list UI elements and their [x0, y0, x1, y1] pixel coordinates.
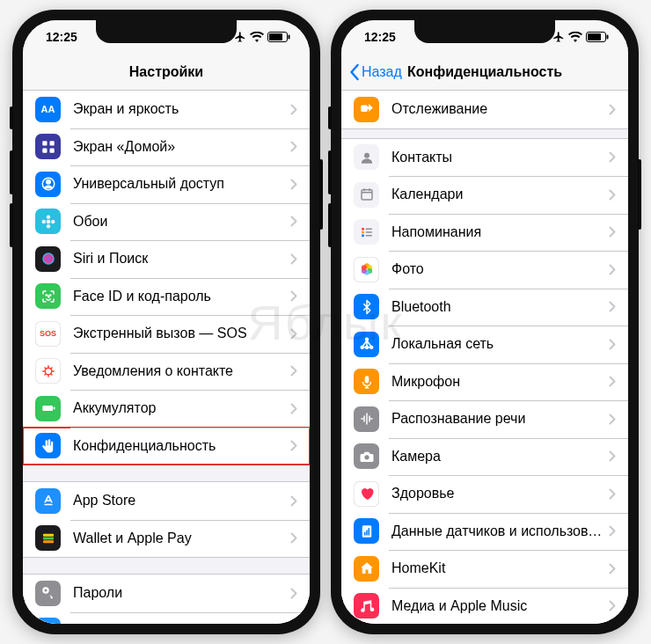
settings-row-siri[interactable]: Siri и Поиск — [23, 240, 310, 278]
contacts-privacy-icon — [354, 144, 379, 170]
settings-row-mail[interactable]: Почта — [23, 612, 310, 625]
settings-row-camera-privacy[interactable]: Камера — [341, 438, 628, 476]
settings-row-bluetooth-privacy[interactable]: Bluetooth — [341, 289, 628, 326]
settings-row-privacy[interactable]: Конфиденциальность — [23, 428, 310, 465]
siri-icon — [35, 246, 61, 272]
chevron-right-icon — [609, 226, 616, 238]
status-icons — [552, 31, 609, 43]
photos-privacy-icon — [354, 257, 379, 282]
settings-row-research[interactable]: Данные датчиков и использования — [341, 513, 628, 551]
svg-rect-57 — [366, 530, 368, 535]
row-label: Локальная сеть — [391, 336, 609, 352]
notch — [96, 20, 237, 43]
navbar-right: Назад Конфиденциальность — [341, 54, 628, 91]
settings-row-photos-privacy[interactable]: Фото — [341, 251, 628, 289]
svg-rect-2 — [289, 35, 290, 40]
passwords-icon — [35, 581, 61, 606]
content-right[interactable]: ОтслеживаниеКонтактыКалендариНапоминания… — [341, 91, 628, 624]
row-label: Данные датчиков и использования — [391, 523, 609, 539]
svg-point-39 — [362, 234, 364, 237]
svg-point-16 — [49, 295, 50, 296]
settings-row-reminders-privacy[interactable]: Напоминания — [341, 214, 628, 252]
screen-right: 12:25 Назад Конфиденциальность Отслежива… — [341, 20, 628, 624]
chevron-right-icon — [290, 253, 297, 265]
chevron-right-icon — [609, 151, 616, 163]
settings-row-speech[interactable]: Распознавание речи — [341, 400, 628, 438]
battery-icon — [35, 396, 61, 421]
svg-point-37 — [362, 228, 364, 231]
content-left[interactable]: AAЭкран и яркостьЭкран «Домой»Универсаль… — [23, 91, 310, 624]
svg-point-9 — [46, 220, 50, 224]
row-label: Камера — [391, 449, 609, 465]
svg-point-35 — [364, 153, 369, 158]
settings-row-localnetwork[interactable]: Локальная сеть — [341, 326, 628, 363]
svg-rect-1 — [269, 33, 282, 40]
sos-icon: SOS — [35, 321, 61, 347]
chevron-right-icon — [290, 328, 297, 340]
svg-point-8 — [46, 180, 50, 185]
svg-point-10 — [46, 215, 50, 219]
wifi-icon — [568, 32, 582, 42]
svg-point-24 — [44, 589, 47, 592]
chevron-right-icon — [290, 216, 297, 227]
row-label: Обои — [73, 214, 290, 230]
research-icon — [354, 518, 379, 544]
settings-row-home-screen[interactable]: Экран «Домой» — [23, 128, 310, 166]
settings-row-health[interactable]: Здоровье — [341, 475, 628, 513]
settings-row-passwords[interactable]: Пароли — [23, 574, 310, 612]
settings-row-display-brightness[interactable]: AAЭкран и яркость — [23, 91, 310, 128]
tracking-icon — [354, 97, 379, 122]
row-label: Распознавание речи — [391, 411, 609, 427]
settings-row-microphone[interactable]: Микрофон — [341, 363, 628, 401]
row-label: Экстренный вызов — SOS — [73, 326, 290, 341]
calendars-privacy-icon — [354, 182, 379, 208]
chevron-right-icon — [290, 179, 297, 190]
settings-row-accessibility[interactable]: Универсальный доступ — [23, 165, 310, 203]
settings-row-calendars-privacy[interactable]: Календари — [341, 176, 628, 214]
settings-row-exposure[interactable]: Уведомления о контакте — [23, 353, 310, 391]
svg-rect-18 — [42, 406, 53, 411]
display-brightness-icon: AA — [35, 97, 61, 122]
wallet-icon — [35, 525, 61, 551]
accessibility-icon — [35, 172, 61, 197]
bluetooth-privacy-icon — [354, 294, 379, 319]
row-label: Контакты — [391, 150, 609, 165]
row-label: Здоровье — [391, 486, 609, 501]
faceid-icon — [35, 283, 61, 309]
svg-rect-4 — [49, 141, 54, 145]
settings-row-contacts-privacy[interactable]: Контакты — [341, 139, 628, 177]
settings-row-faceid[interactable]: Face ID и код-пароль — [23, 278, 310, 316]
camera-privacy-icon — [354, 443, 379, 469]
settings-row-media[interactable]: Медиа и Apple Music — [341, 588, 628, 625]
phone-frame-right: 12:25 Назад Конфиденциальность Отслежива… — [331, 10, 639, 634]
chevron-right-icon — [609, 563, 616, 574]
settings-row-wallet[interactable]: Wallet и Apple Pay — [23, 520, 310, 558]
chevron-right-icon — [609, 376, 616, 387]
svg-point-49 — [365, 339, 368, 341]
navbar-left: Настройки — [23, 54, 310, 91]
row-label: Face ID и код-пароль — [73, 289, 290, 304]
row-label: Экран «Домой» — [73, 139, 290, 155]
health-icon — [354, 481, 379, 507]
settings-row-wallpaper[interactable]: Обои — [23, 203, 310, 241]
row-label: App Store — [73, 493, 290, 509]
wallpaper-icon — [35, 209, 61, 234]
settings-row-homekit[interactable]: HomeKit — [341, 550, 628, 588]
row-label: HomeKit — [391, 560, 609, 576]
chevron-right-icon — [290, 403, 297, 414]
settings-row-appstore[interactable]: App Store — [23, 482, 310, 520]
exposure-icon — [35, 358, 61, 384]
privacy-icon — [35, 433, 61, 458]
svg-rect-53 — [364, 376, 369, 383]
row-label: Siri и Поиск — [73, 251, 290, 267]
settings-row-sos[interactable]: SOSЭкстренный вызов — SOS — [23, 315, 310, 353]
chevron-right-icon — [290, 365, 297, 377]
row-label: Аккумулятор — [73, 400, 290, 416]
page-title: Настройки — [129, 64, 203, 80]
svg-rect-6 — [49, 148, 54, 152]
settings-row-battery[interactable]: Аккумулятор — [23, 390, 310, 428]
settings-row-tracking[interactable]: Отслеживание — [341, 91, 628, 128]
svg-rect-3 — [42, 141, 47, 145]
appstore-icon — [35, 488, 61, 514]
back-button[interactable]: Назад — [348, 54, 402, 90]
